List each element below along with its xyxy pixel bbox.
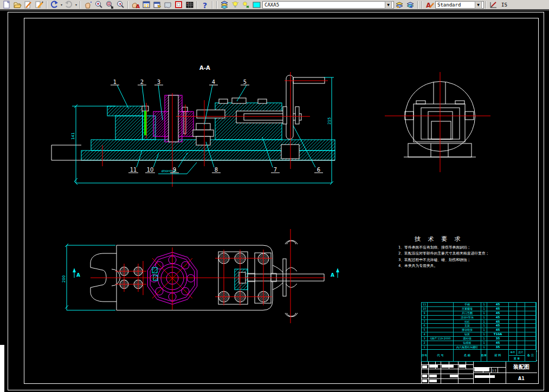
toolbar-separator [486, 1, 487, 9]
drawing-canvas[interactable]: A-A [0, 11, 549, 392]
current-color-button[interactable] [251, 1, 262, 9]
bom-cell-code [428, 316, 454, 320]
bom-cell-no: 2 [422, 341, 428, 345]
table-button[interactable] [184, 1, 195, 9]
new-file-button[interactable] [1, 1, 12, 9]
bom-cell-no: 6 [422, 324, 428, 328]
bom-cell-material: 45 [487, 303, 509, 307]
chevron-down-icon[interactable]: ▼ [475, 1, 482, 9]
zoom-in-button[interactable] [93, 1, 104, 9]
redo-dropdown[interactable]: ▾ [74, 3, 78, 6]
bom-header-code: 代 号 [428, 350, 454, 361]
hand-a-icon: A [131, 1, 140, 9]
bom-cell-material: 45 [487, 328, 509, 332]
bom-cell-code [428, 311, 454, 316]
balloon-3: 3 [157, 79, 160, 85]
bom-cell-material: 45 [487, 341, 509, 345]
bom-cell-note [525, 328, 536, 332]
bom-cell-material: 45 [487, 307, 509, 311]
tech-requirement-item: 4、本夹具为专用夹具。 [398, 263, 528, 269]
bulb-plug-icon [242, 1, 250, 9]
zoom-window-button[interactable] [104, 1, 115, 9]
cyan-wedge [152, 267, 158, 280]
help-button[interactable]: ? [199, 1, 210, 9]
undo-button[interactable] [49, 1, 60, 9]
bom-cell-qty: 1 [481, 337, 487, 341]
edit-sheet-button[interactable] [34, 1, 44, 9]
tech-requirements: 技 术 要 求 1、零件表面不应有划痕、撞伤等表面缺陷； 2、装配前应对零部件的… [398, 235, 528, 270]
balloon-2: 2 [140, 79, 144, 85]
color-swatch-icon [253, 1, 261, 9]
text-style-combo[interactable]: Standard ▼ [435, 1, 484, 9]
drawing-name: 装配图 [513, 364, 529, 370]
bom-cell-qty: 1 [481, 307, 487, 311]
layer-off-button[interactable] [241, 1, 251, 9]
red-frame-icon [175, 1, 183, 9]
bom-cell-qty: 1 [481, 320, 487, 324]
bom-header-material: 材 料 [487, 350, 509, 361]
balloon-5: 5 [243, 79, 247, 85]
bom-cell-material: 45 [487, 324, 509, 328]
bom-cell-total [517, 328, 525, 332]
bom-cell-no: 9 [422, 311, 428, 316]
text-style-combo-value: Standard [437, 2, 473, 8]
bom-cell-name: 开口垫圈 [454, 311, 481, 316]
open-file-button[interactable] [12, 1, 23, 9]
layer-dialog-button[interactable] [141, 1, 152, 9]
layer-on-button[interactable] [230, 1, 241, 9]
undo-icon [50, 1, 59, 9]
zoom-out-button[interactable] [115, 1, 126, 9]
grid-dialog-icon [142, 1, 151, 9]
window-show-button[interactable] [152, 1, 163, 9]
plan-view: 200 A A [62, 229, 339, 323]
bom-cell-material: 45 [487, 316, 509, 320]
chevron-down-icon[interactable]: ▼ [385, 1, 392, 9]
frame-button[interactable] [173, 1, 184, 9]
plot-button[interactable] [23, 1, 34, 9]
balloon-9: 9 [173, 167, 176, 173]
balloon-11: 11 [130, 167, 137, 173]
page-pencil-icon [35, 1, 43, 9]
redo-button[interactable] [63, 1, 74, 9]
bom-cell-qty: 1 [481, 311, 487, 316]
crank-handle [283, 75, 325, 139]
bom-cell-code: GB/T 119-2000 [428, 337, 454, 341]
balloon-1: 1 [113, 79, 117, 85]
layer-settings-button[interactable] [405, 1, 416, 9]
bom-cell-qty: 1 [481, 316, 487, 320]
bom-header-note: 备 注 [525, 350, 536, 361]
text-style-button[interactable]: A [424, 1, 435, 9]
bom-cell-note [525, 303, 536, 307]
dim-style-button[interactable] [488, 1, 499, 9]
sheet-button[interactable] [163, 1, 173, 9]
toolbar-separator [80, 1, 81, 9]
bom-cell-no: 11 [422, 303, 428, 307]
svg-text:A: A [331, 272, 334, 278]
bom-header-no: 序号 [422, 350, 428, 361]
show-all-button[interactable]: A [130, 1, 141, 9]
bom-cell-name: 钻模板 [454, 341, 481, 345]
bom-cell-total [517, 332, 525, 337]
bom-cell-total [517, 341, 525, 345]
bom-cell-unit [509, 337, 517, 341]
bom-cell-unit [509, 320, 517, 324]
tech-requirements-title: 技 术 要 求 [398, 235, 528, 243]
bom-cell-note [525, 307, 536, 311]
drawing-scale: 1:1 [492, 369, 496, 372]
layer-arrow-icon [406, 1, 415, 9]
balloon-7: 7 [274, 167, 277, 173]
undo-dropdown[interactable]: ▾ [60, 3, 63, 6]
dimension-style-icon [489, 1, 498, 9]
layers-button[interactable] [219, 1, 230, 9]
pan-button[interactable] [82, 1, 93, 9]
new-layer-button[interactable] [394, 1, 405, 9]
window-arrow-icon [153, 1, 162, 9]
dim-main-height: 141 [71, 133, 75, 140]
bom-cell-no: 5 [422, 328, 428, 332]
dim-main-right-height: 215 [327, 117, 332, 125]
layer-combo[interactable]: CAXA5 ▼ [262, 1, 394, 9]
bom-cell-note [525, 311, 536, 316]
new-file-icon [2, 1, 11, 9]
bom-cell-code [428, 332, 454, 337]
layer-new-icon [395, 1, 404, 9]
